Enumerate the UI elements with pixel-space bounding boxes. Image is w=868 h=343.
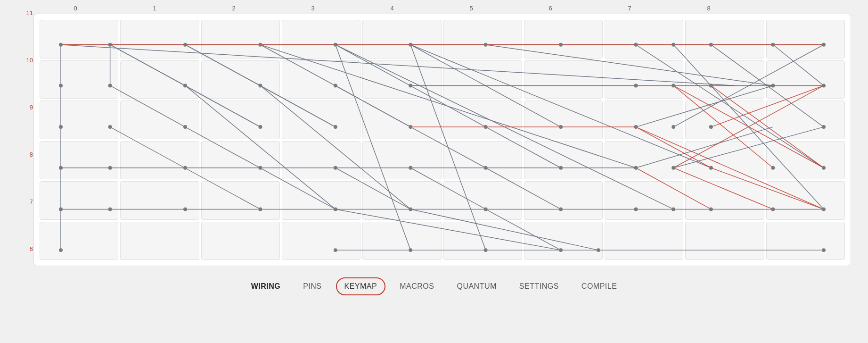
key-cell bbox=[524, 100, 603, 139]
key-cell bbox=[201, 222, 280, 260]
key-cell bbox=[282, 20, 360, 59]
key-cell bbox=[443, 141, 522, 180]
key-cell bbox=[282, 141, 360, 180]
key-cell bbox=[362, 141, 441, 180]
tab-macros[interactable]: MACROS bbox=[398, 279, 436, 293]
key-cell bbox=[766, 60, 845, 99]
key-cell bbox=[120, 60, 199, 99]
x-axis-label-5: 5 bbox=[432, 5, 511, 12]
key-cell bbox=[605, 20, 683, 59]
key-cell bbox=[282, 60, 360, 99]
key-cell bbox=[201, 181, 280, 220]
key-cell bbox=[282, 181, 360, 220]
key-cell bbox=[201, 100, 280, 139]
main-container: 0 1 2 3 4 5 6 7 8 11 10 9 8 7 6 bbox=[0, 0, 868, 303]
x-axis-label-8: 8 bbox=[669, 5, 748, 12]
y-axis-label-6: 6 bbox=[17, 245, 36, 252]
y-axis-label-8: 8 bbox=[17, 151, 36, 158]
key-cell bbox=[40, 222, 118, 260]
y-axis-label-9: 9 bbox=[17, 104, 36, 111]
key-cell bbox=[766, 20, 845, 59]
key-cell bbox=[120, 181, 199, 220]
key-cell bbox=[685, 20, 764, 59]
key-cell bbox=[443, 20, 522, 59]
key-cell bbox=[685, 141, 764, 180]
x-axis-label-4: 4 bbox=[352, 5, 432, 12]
grid-area: 0 1 2 3 4 5 6 7 8 11 10 9 8 7 6 bbox=[15, 5, 853, 266]
x-axis-label-3: 3 bbox=[273, 5, 352, 12]
x-axis: 0 1 2 3 4 5 6 7 8 bbox=[15, 5, 853, 12]
key-cell bbox=[120, 20, 199, 59]
key-cell bbox=[766, 100, 845, 139]
key-cell bbox=[362, 181, 441, 220]
keys-grid bbox=[34, 14, 851, 266]
key-cell bbox=[120, 222, 199, 260]
diagram-wrapper: 11 10 9 8 7 6 bbox=[15, 14, 853, 266]
key-cell bbox=[40, 141, 118, 180]
key-cell bbox=[524, 181, 603, 220]
key-cell bbox=[605, 60, 683, 99]
keyboard-diagram bbox=[33, 14, 851, 266]
key-cell bbox=[443, 222, 522, 260]
x-axis-label-0: 0 bbox=[36, 5, 115, 12]
key-cell bbox=[605, 100, 683, 139]
key-cell bbox=[282, 100, 360, 139]
key-cell bbox=[120, 100, 199, 139]
key-cell bbox=[605, 141, 683, 180]
key-cell bbox=[524, 20, 603, 59]
key-cell bbox=[362, 20, 441, 59]
key-cell bbox=[443, 60, 522, 99]
key-cell bbox=[685, 181, 764, 220]
key-cell bbox=[443, 181, 522, 220]
key-cell bbox=[685, 60, 764, 99]
key-cell bbox=[362, 60, 441, 99]
tab-quantum[interactable]: QUANTUM bbox=[455, 279, 498, 293]
key-cell bbox=[766, 141, 845, 180]
key-cell bbox=[201, 20, 280, 59]
tab-settings[interactable]: SETTINGS bbox=[517, 279, 561, 293]
key-cell bbox=[605, 181, 683, 220]
key-cell bbox=[362, 222, 441, 260]
x-axis-label-7: 7 bbox=[590, 5, 669, 12]
tab-wiring[interactable]: WIRING bbox=[249, 279, 283, 293]
key-cell bbox=[605, 222, 683, 260]
y-axis-label-7: 7 bbox=[17, 198, 36, 205]
tab-compile[interactable]: COMPILE bbox=[580, 279, 619, 293]
key-cell bbox=[40, 181, 118, 220]
x-axis-label-2: 2 bbox=[194, 5, 273, 12]
x-axis-label-6: 6 bbox=[511, 5, 590, 12]
key-cell bbox=[120, 141, 199, 180]
x-axis-label-1: 1 bbox=[115, 5, 194, 12]
key-cell bbox=[201, 60, 280, 99]
tab-pins[interactable]: PINS bbox=[301, 279, 323, 293]
key-cell bbox=[524, 222, 603, 260]
y-axis: 11 10 9 8 7 6 bbox=[17, 5, 36, 257]
key-cell bbox=[524, 141, 603, 180]
key-cell bbox=[685, 100, 764, 139]
nav-tabs: WIRING PINS KEYMAP MACROS QUANTUM SETTIN… bbox=[249, 279, 619, 293]
y-axis-label-11: 11 bbox=[17, 9, 36, 17]
key-cell bbox=[766, 222, 845, 260]
key-cell bbox=[282, 222, 360, 260]
key-cell bbox=[766, 181, 845, 220]
key-cell bbox=[362, 100, 441, 139]
y-axis-label-10: 10 bbox=[17, 57, 36, 64]
key-cell bbox=[524, 60, 603, 99]
key-cell bbox=[40, 20, 118, 59]
key-cell bbox=[201, 141, 280, 180]
key-cell bbox=[40, 60, 118, 99]
key-cell bbox=[443, 100, 522, 139]
key-cell bbox=[40, 100, 118, 139]
tab-keymap[interactable]: KEYMAP bbox=[343, 279, 379, 293]
key-cell bbox=[685, 222, 764, 260]
